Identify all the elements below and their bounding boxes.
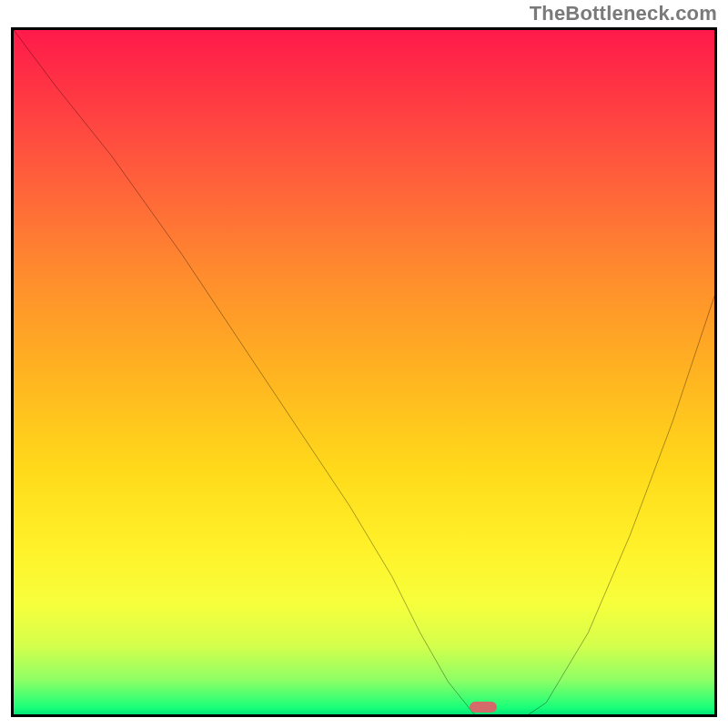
attribution-text: TheBottleneck.com: [530, 2, 717, 25]
bottleneck-curve: [14, 30, 714, 717]
chart-container: TheBottleneck.com: [0, 0, 728, 728]
optimum-marker: [470, 702, 497, 713]
plot-area: [11, 27, 717, 717]
